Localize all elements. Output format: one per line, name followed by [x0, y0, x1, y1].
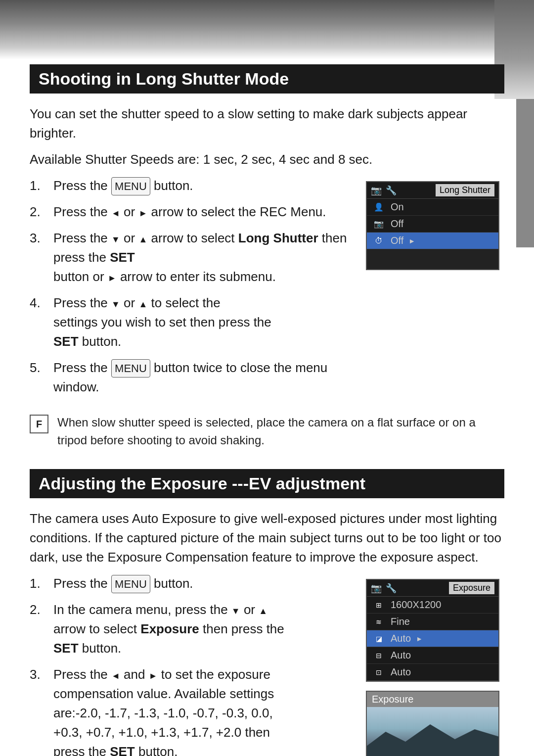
menu-kbd-exp1: MENU	[111, 575, 150, 593]
exp-icon-4: ⊟	[372, 650, 386, 661]
exp-icon-2: ≋	[372, 616, 386, 627]
cam-icon-1: 📷	[371, 185, 382, 196]
exp-cam-icon-1: 📷	[371, 583, 382, 594]
exposure-preview: Exposure	[366, 691, 499, 756]
step2-text: Press the or arrow to select the REC Men…	[53, 202, 326, 222]
section1-title: Shooting in Long Shutter Mode	[30, 64, 504, 94]
exp-val-5: Auto	[391, 666, 411, 678]
section-long-shutter: Shooting in Long Shutter Mode You can se…	[30, 64, 504, 449]
step2-num: 2.	[30, 202, 45, 222]
step4-text: Press the or to select the settings you …	[53, 293, 271, 351]
section1-menu: 📷 🔧 Long Shutter 👤 On 📷 Off ⏱ Off	[366, 176, 504, 404]
menu-val-2: Off	[391, 218, 403, 230]
exp-val-1: 1600X1200	[391, 599, 441, 611]
step2: 2. Press the or arrow to select the REC …	[30, 202, 351, 222]
section2-title: Adjusting the Exposure ---EV adjustment	[30, 469, 504, 498]
exp-arrow-3: ►	[416, 635, 423, 643]
menu-val-1: On	[391, 201, 404, 213]
exposure-bold: Exposure	[140, 621, 199, 636]
exp-step1-num: 1.	[30, 574, 45, 593]
arrow-down-icon-4	[111, 295, 120, 310]
long-shutter-bold: Long Shutter	[238, 231, 318, 245]
arrow-up-exp2	[259, 602, 267, 617]
exp-row-2: ≋ Fine	[367, 614, 498, 630]
step3-text: Press the or arrow to select Long Shutte…	[53, 229, 351, 286]
section1-steps-left: 1. Press the MENU button. 2. Press the o…	[30, 176, 351, 404]
long-shutter-row-2: 📷 Off	[367, 216, 498, 233]
step4: 4. Press the or to select the settings y…	[30, 293, 351, 351]
exp-cam-icon-2: 🔧	[386, 583, 397, 594]
arrow-up-icon-3	[138, 231, 147, 245]
section2-menus: 📷 🔧 Exposure ⊞ 1600X1200 ≋ Fine ◪ Au	[366, 574, 504, 756]
exp-step2-text: In the camera menu, press the or arrow t…	[53, 600, 284, 658]
sidebar-right	[516, 99, 534, 247]
submenu-arrow: ►	[408, 237, 415, 245]
step1: 1. Press the MENU button.	[30, 176, 351, 195]
exp-val-4: Auto	[391, 650, 411, 661]
long-shutter-row-3: ⏱ Off ►	[367, 233, 498, 249]
exp-step2: 2. In the camera menu, press the or arro…	[30, 600, 351, 658]
exposure-title: Exposure	[449, 582, 494, 594]
arrow-right-icon-3	[108, 269, 117, 284]
exp-row-4: ⊟ Auto	[367, 647, 498, 664]
menu-val-3: Off	[391, 235, 403, 246]
exp-row-5: ⊡ Auto	[367, 664, 498, 681]
set-bold-4: SET	[53, 334, 79, 349]
step4-num: 4.	[30, 293, 45, 351]
arrow-right-exp3	[149, 667, 158, 682]
set-bold-exp3: SET	[110, 744, 135, 756]
arrow-down-exp2	[231, 602, 240, 617]
menu-kbd-1: MENU	[111, 177, 150, 195]
set-bold-3: SET	[110, 250, 135, 265]
exposure-preview-image	[367, 707, 498, 756]
section2-steps-left: 1. Press the MENU button. 2. In the came…	[30, 574, 351, 756]
menu-icon-3: ⏱	[372, 236, 386, 246]
long-shutter-menu-header: 📷 🔧 Long Shutter	[367, 182, 498, 199]
exp-step1: 1. Press the MENU button.	[30, 574, 351, 593]
note-text: When slow shutter speed is selected, pla…	[57, 414, 504, 449]
step3-num: 3.	[30, 229, 45, 286]
section2-steps-area: 1. Press the MENU button. 2. In the came…	[30, 574, 504, 756]
arrow-right-icon	[138, 204, 147, 219]
long-shutter-title: Long Shutter	[436, 184, 494, 196]
note-box: F When slow shutter speed is selected, p…	[30, 414, 504, 449]
section2-intro: The camera uses Auto Exposure to give we…	[30, 509, 504, 567]
arrow-down-icon-3	[111, 231, 120, 245]
menu-preview-area	[367, 249, 498, 269]
exp-step3-num: 3.	[30, 665, 45, 756]
arrow-up-icon-4	[138, 295, 147, 310]
section1-steps-area: 1. Press the MENU button. 2. Press the o…	[30, 176, 504, 404]
step5-num: 5.	[30, 358, 45, 397]
set-bold-exp2: SET	[53, 641, 79, 656]
exposure-preview-header: Exposure	[367, 692, 498, 707]
exp-icon-1: ⊞	[372, 600, 386, 611]
menu-kbd-5: MENU	[111, 359, 150, 378]
section1-intro1: You can set the shutter speed to a slow …	[30, 104, 504, 143]
arrow-left-exp3	[111, 667, 120, 682]
arrow-left-icon	[111, 204, 120, 219]
step5-text: Press the MENU button twice to close the…	[53, 358, 351, 397]
note-icon: F	[30, 415, 48, 433]
exp-step2-num: 2.	[30, 600, 45, 658]
exp-row-1: ⊞ 1600X1200	[367, 597, 498, 614]
step5: 5. Press the MENU button twice to close …	[30, 358, 351, 397]
section-exposure: Adjusting the Exposure ---EV adjustment …	[30, 469, 504, 756]
exp-val-3: Auto	[391, 633, 411, 644]
exp-icon-3: ◪	[372, 633, 386, 644]
menu-icon-1: 👤	[372, 202, 386, 213]
cam-icon-2: 🔧	[386, 185, 397, 196]
exp-val-2: Fine	[391, 616, 410, 627]
exposure-menu: 📷 🔧 Exposure ⊞ 1600X1200 ≋ Fine ◪ Au	[366, 579, 499, 682]
exp-step1-text: Press the MENU button.	[53, 574, 193, 593]
long-shutter-menu: 📷 🔧 Long Shutter 👤 On 📷 Off ⏱ Off	[366, 181, 499, 270]
exp-icon-5: ⊡	[372, 667, 386, 678]
step1-num: 1.	[30, 176, 45, 195]
exp-step3-text: Press the and to set the exposure compen…	[53, 665, 274, 756]
step1-text: Press the MENU button.	[53, 176, 193, 195]
long-shutter-row-1: 👤 On	[367, 199, 498, 216]
menu-icon-2: 📷	[372, 219, 386, 230]
step3: 3. Press the or arrow to select Long Shu…	[30, 229, 351, 286]
exp-row-3: ◪ Auto ►	[367, 630, 498, 647]
section1-intro2: Available Shutter Speeds are: 1 sec, 2 s…	[30, 150, 504, 169]
exposure-menu-header: 📷 🔧 Exposure	[367, 580, 498, 597]
